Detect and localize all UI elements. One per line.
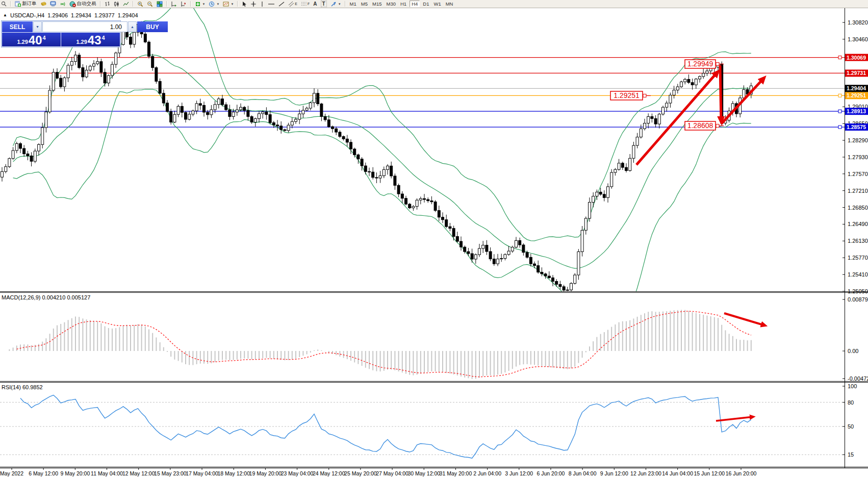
- fibonacci-tool-icon[interactable]: F: [300, 1, 311, 7]
- macd-histogram-bar: [9, 349, 10, 351]
- macd-histogram-bar: [670, 311, 671, 351]
- chart-canvas[interactable]: 1.308201.304601.290101.286501.282901.279…: [0, 0, 868, 478]
- timeframe-m5[interactable]: M5: [360, 1, 369, 7]
- tile-windows-icon[interactable]: [156, 1, 164, 7]
- macd-histogram-bar: [233, 351, 234, 360]
- candle: [673, 86, 675, 98]
- macd-histogram-bar: [200, 351, 201, 364]
- macd-histogram-bar: [60, 324, 61, 351]
- candle: [203, 102, 206, 116]
- chart-styles-icon[interactable]: [39, 1, 47, 7]
- annotation-price-label[interactable]: 1.28608: [685, 121, 724, 130]
- label-handle[interactable]: [716, 124, 719, 128]
- candle: [368, 168, 371, 177]
- signals-icon[interactable]: [59, 1, 67, 7]
- horizontal-line-tool-icon[interactable]: [267, 1, 276, 7]
- line-chart-style-icon[interactable]: [122, 1, 130, 7]
- macd-histogram-bar: [376, 351, 377, 371]
- timeframe-m1[interactable]: M1: [348, 1, 358, 7]
- candle: [372, 167, 374, 180]
- macd-histogram-bar: [674, 310, 675, 351]
- annotation-arrow[interactable]: [721, 78, 764, 124]
- terminal-icon[interactable]: [49, 1, 57, 7]
- buy-button[interactable]: BUY: [137, 21, 168, 32]
- candle: [607, 183, 609, 203]
- sell-button[interactable]: SELL: [2, 21, 33, 32]
- candle: [533, 262, 536, 268]
- cursor-tool-icon[interactable]: [241, 1, 248, 7]
- candle: [592, 192, 595, 207]
- macd-histogram-bar: [490, 351, 491, 375]
- macd-histogram-bar: [446, 351, 447, 373]
- macd-histogram-bar: [574, 351, 575, 367]
- timeframe-d1[interactable]: D1: [421, 1, 430, 7]
- candle: [12, 147, 14, 160]
- macd-histogram-bar: [317, 349, 318, 351]
- macd-histogram-bar: [468, 351, 469, 378]
- label-handle[interactable]: [716, 63, 719, 66]
- macd-histogram-bar: [641, 315, 642, 351]
- macd-histogram-bar: [380, 351, 381, 371]
- annotation-arrow[interactable]: [716, 417, 753, 421]
- collapse-panel-icon[interactable]: ▲: [3, 13, 7, 17]
- macd-histogram-bar: [692, 312, 693, 351]
- arrows-tool-button[interactable]: ▼: [329, 1, 342, 7]
- chart-shift-icon[interactable]: [180, 1, 188, 7]
- timeframe-h4[interactable]: H4: [410, 1, 420, 7]
- text-tool-icon[interactable]: A: [312, 1, 318, 7]
- candle: [537, 261, 540, 274]
- line-handle[interactable]: [838, 94, 841, 97]
- zoom-out-icon[interactable]: [146, 1, 154, 7]
- channel-tool-icon[interactable]: E: [287, 1, 298, 7]
- auto-scroll-icon[interactable]: [170, 1, 178, 7]
- chart-ohlc-header: ▲ USDCAD-,H4 1.29406 1.29434 1.29377 1.2…: [3, 12, 140, 18]
- time-axis[interactable]: May 20226 May 12:009 May 20:0011 May 04:…: [0, 468, 757, 477]
- new-order-button[interactable]: 新订单: [14, 1, 38, 7]
- templates-button[interactable]: ▼: [222, 1, 235, 7]
- candle: [225, 103, 227, 111]
- annotation-price-label[interactable]: 1.29251: [610, 91, 651, 100]
- macd-histogram-bar: [71, 318, 72, 351]
- zoom-in-icon[interactable]: [136, 1, 144, 7]
- annotations-layer: 1.299491.292511.28608: [610, 60, 765, 421]
- auto-trading-button[interactable]: 自动交易: [68, 1, 97, 7]
- line-handle[interactable]: [838, 56, 841, 59]
- timeframe-w1[interactable]: W1: [432, 1, 442, 7]
- macd-histogram-bar: [549, 351, 550, 367]
- volume-increase-button[interactable]: ▲: [128, 21, 137, 32]
- volume-input[interactable]: [42, 21, 127, 32]
- candle: [192, 110, 194, 116]
- line-handle[interactable]: [838, 125, 841, 129]
- line-handle[interactable]: [838, 110, 841, 113]
- vertical-line-tool-icon[interactable]: [259, 1, 265, 7]
- macd-histogram-bar: [189, 351, 190, 365]
- crosshair-tool-icon[interactable]: [249, 1, 258, 7]
- macd-histogram-bar: [339, 351, 340, 357]
- search-icon[interactable]: [0, 1, 8, 7]
- candle: [159, 79, 161, 94]
- candle: [603, 190, 605, 202]
- candles-layer: [1, 21, 753, 293]
- candle: [177, 105, 180, 117]
- annotation-arrow[interactable]: [720, 65, 721, 121]
- bar-chart-style-icon[interactable]: [104, 1, 111, 7]
- macd-histogram-bar: [141, 325, 142, 351]
- timeframe-m15[interactable]: M15: [371, 1, 383, 7]
- candle: [382, 167, 385, 179]
- buy-price-display[interactable]: 1.29 43 4: [61, 33, 120, 46]
- svg-text:1.29949: 1.29949: [687, 60, 713, 68]
- timeframe-h1[interactable]: H1: [399, 1, 408, 7]
- macd-histogram-bar: [182, 351, 183, 362]
- svg-text:1.29251: 1.29251: [847, 92, 866, 98]
- label-handle[interactable]: [643, 94, 646, 97]
- timeframe-mn[interactable]: MN: [444, 1, 455, 7]
- timeframe-m30[interactable]: M30: [385, 1, 397, 7]
- price-badge: 1.28575: [845, 123, 868, 131]
- periods-button[interactable]: ▼: [208, 1, 220, 7]
- text-label-tool-icon[interactable]: T: [320, 1, 328, 7]
- trendline-tool-icon[interactable]: [277, 1, 286, 7]
- candlestick-style-icon[interactable]: [113, 1, 120, 7]
- sell-price-display[interactable]: 1.29 40 4: [2, 33, 61, 46]
- indicators-button[interactable]: ▼: [194, 1, 207, 7]
- volume-decrease-button[interactable]: ▼: [33, 21, 42, 32]
